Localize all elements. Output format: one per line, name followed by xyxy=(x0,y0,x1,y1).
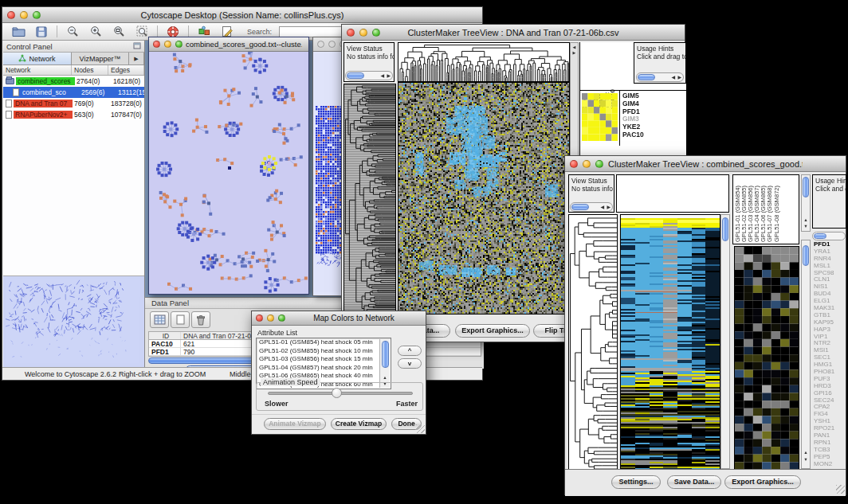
settings-button[interactable]: Settings... xyxy=(611,475,661,489)
move-up-button[interactable]: ^ xyxy=(398,346,422,356)
scroll-up-icon[interactable] xyxy=(802,450,810,455)
export-graphics-button[interactable]: Export Graphics... xyxy=(455,324,530,338)
attribute-item[interactable]: GPL51-04 (GSM857) heat shock 20 min xyxy=(257,364,391,373)
open-folder-icon[interactable] xyxy=(10,25,26,39)
scrollbar-thumb[interactable] xyxy=(571,204,589,210)
close-icon[interactable] xyxy=(7,11,15,19)
scroll-left-icon[interactable] xyxy=(380,72,384,80)
close-icon[interactable] xyxy=(570,160,578,168)
create-vizmap-button[interactable]: Create Vizmap xyxy=(331,418,387,430)
animate-vizmap-button[interactable]: Animate Vizmap xyxy=(264,418,326,430)
move-down-button[interactable]: v xyxy=(398,358,422,369)
close-icon[interactable] xyxy=(256,315,263,322)
usage-hints-hscrollbar[interactable] xyxy=(812,232,846,240)
delete-attribute-button[interactable] xyxy=(191,311,210,328)
gene-label[interactable]: PAC10 xyxy=(622,131,685,139)
zoom-window-icon[interactable] xyxy=(33,11,41,19)
listbox-vscrollbar[interactable] xyxy=(379,339,390,388)
close-icon[interactable] xyxy=(153,41,160,48)
float-panel-icon[interactable] xyxy=(133,42,141,51)
new-attribute-button[interactable] xyxy=(171,311,190,328)
scrollbar-thumb[interactable] xyxy=(382,341,389,368)
zoom-window-icon[interactable] xyxy=(175,41,183,48)
network-canvas[interactable] xyxy=(150,52,308,294)
scroll-up-icon[interactable] xyxy=(802,217,810,223)
gene-label[interactable]: MON2 xyxy=(814,461,846,468)
heatmap-vscrollbar[interactable] xyxy=(720,214,730,469)
search-input[interactable] xyxy=(279,26,347,37)
zoom-window-icon[interactable] xyxy=(372,29,380,37)
column-label[interactable]: GPL51-08 (GSM872) xyxy=(774,186,780,242)
gene-list-vscrollbar[interactable] xyxy=(801,240,811,469)
row-dendrogram-canvas[interactable] xyxy=(344,84,396,315)
tab-network[interactable]: Network xyxy=(3,53,72,64)
attribute-item[interactable]: GPL51-01 (GSM854) heat shock 05 min xyxy=(257,338,391,347)
zoom-window-icon[interactable] xyxy=(595,160,603,168)
mini-heatmap-canvas[interactable] xyxy=(582,93,618,141)
col-network[interactable]: Network xyxy=(3,65,72,75)
network-overview-pane[interactable] xyxy=(3,276,144,367)
scroll-icon[interactable] xyxy=(571,45,578,50)
minimize-icon[interactable] xyxy=(328,41,336,48)
resize-grip[interactable] xyxy=(416,424,425,433)
scroll-right-icon[interactable] xyxy=(387,72,391,80)
heatmap-canvas[interactable] xyxy=(620,214,720,471)
status-welcome: Welcome to Cytoscape 2.6.2 xyxy=(25,370,116,378)
dense-network-canvas[interactable] xyxy=(315,53,342,292)
scrollbar-thumb[interactable] xyxy=(347,72,364,79)
tab-overflow-icon[interactable] xyxy=(129,53,144,64)
scroll-down-icon[interactable] xyxy=(802,224,810,229)
scrollbar-thumb[interactable] xyxy=(803,245,809,266)
detail-heatmap-canvas[interactable] xyxy=(734,246,799,471)
zoom-selected-icon[interactable] xyxy=(134,25,150,39)
scrollbar-thumb[interactable] xyxy=(814,233,826,239)
scroll-icon[interactable] xyxy=(571,50,578,56)
scroll-right-icon[interactable] xyxy=(607,203,610,212)
minimize-icon[interactable] xyxy=(20,11,28,19)
attribute-item[interactable]: GPL51-02 (GSM855) heat shock 10 min xyxy=(257,347,391,356)
column-dendrogram-canvas[interactable] xyxy=(398,42,570,82)
zoom-window-icon[interactable] xyxy=(278,315,285,322)
heatmap-canvas[interactable] xyxy=(398,82,570,315)
close-icon[interactable] xyxy=(317,41,324,48)
export-graphics-button[interactable]: Export Graphics... xyxy=(724,475,801,489)
scrollbar-thumb[interactable] xyxy=(722,217,728,241)
network-overview-canvas[interactable] xyxy=(6,279,139,363)
column-dendrogram-panel[interactable] xyxy=(616,174,729,213)
resize-grip[interactable] xyxy=(836,485,845,494)
row-dendrogram-canvas[interactable] xyxy=(568,214,618,471)
column-labels-vscrollbar[interactable] xyxy=(801,174,811,232)
scroll-up-icon[interactable] xyxy=(380,375,390,381)
minimize-icon[interactable] xyxy=(359,29,367,37)
col-edges[interactable]: Edges xyxy=(108,65,144,75)
view-status-hscrollbar[interactable] xyxy=(345,71,393,80)
close-icon[interactable] xyxy=(347,29,355,37)
minimize-icon[interactable] xyxy=(583,160,591,168)
select-attributes-button[interactable] xyxy=(150,311,169,328)
network-list-row[interactable]: combined_sco2569(6)13112(15) xyxy=(3,87,144,98)
network-list-row[interactable]: RNAPuberNov2+563(0)107847(0) xyxy=(3,109,144,120)
zoom-fit-icon[interactable] xyxy=(111,25,127,39)
tab-vizmapper[interactable]: VizMapper™ xyxy=(72,53,129,64)
zoom-in-icon[interactable] xyxy=(88,25,104,39)
save-icon[interactable] xyxy=(33,25,49,39)
scrollbar-thumb[interactable] xyxy=(803,177,809,197)
scroll-left-icon[interactable] xyxy=(671,73,675,82)
separator xyxy=(252,414,426,415)
network-list-row[interactable]: combined_scores2764(0)16218(0) xyxy=(3,76,144,87)
minimize-icon[interactable] xyxy=(164,41,171,48)
attribute-item[interactable]: GPL51-03 (GSM856) heat shock 15 min xyxy=(257,355,391,364)
speed-slider-thumb[interactable] xyxy=(332,388,342,398)
view-status-hscrollbar[interactable] xyxy=(570,202,613,212)
scroll-down-icon[interactable] xyxy=(802,457,810,463)
save-data-button[interactable]: Save Data... xyxy=(667,475,721,489)
scroll-right-icon[interactable] xyxy=(677,73,681,82)
zoom-out-icon[interactable] xyxy=(65,25,80,39)
usage-hints-hscrollbar[interactable] xyxy=(636,72,684,82)
attr-col-id[interactable]: ID xyxy=(149,332,181,339)
network-list-row[interactable]: DNA and Tran 07769(0)183728(0) xyxy=(3,98,144,109)
minimize-icon[interactable] xyxy=(267,315,274,322)
col-nodes[interactable]: Nodes xyxy=(72,65,108,75)
scroll-left-icon[interactable] xyxy=(600,203,604,212)
scrollbar-thumb[interactable] xyxy=(638,74,655,80)
